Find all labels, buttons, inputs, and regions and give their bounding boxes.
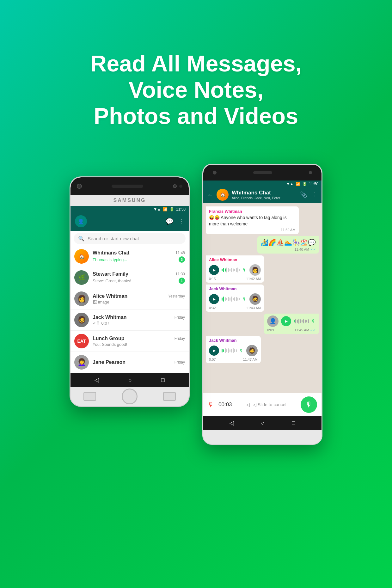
msg-francis-text: Francis Whitman 😜😝 Anyone who wants to t… [206,206,299,234]
home-button-right[interactable]: ○ [261,420,265,426]
back-button-right[interactable]: ◁ [230,420,234,426]
menu-icon-left[interactable]: ⋮ [178,217,184,225]
msg-sender-alice-audio: Alice Whitman [209,257,261,262]
chat-time-jane: Friday [175,360,185,364]
chat-header-avatar: 🏠 [217,189,229,201]
phones-container: SAMSUNG ▼▲ 📶 🔋 11:50 👤 💬 ⋮ [0,164,392,445]
chat-name-whitmans: Whitmans Chat [93,250,129,256]
msg-time-emoji: 11:40 AM ✓✓ [260,248,316,252]
chat-time-whitmans: 11:48 [175,251,185,255]
audio-time-jack1: 11:43 AM [246,306,261,310]
nexus-sensor [309,171,312,174]
search-bar[interactable]: 🔍 Search or start new chat [74,233,186,244]
chat-info-alice: Alice Whitman Yesterday 🖼 Image [93,293,185,304]
chat-item-alice[interactable]: 👩 Alice Whitman Yesterday 🖼 Image [70,288,189,309]
play-btn-self[interactable]: ▶ [281,316,291,326]
recents-button-right[interactable]: □ [292,420,295,426]
chat-preview-stewart: Steve: Great, thanks! [93,279,131,283]
chat-info-lunch: Lunch Group Friday You: Sounds good! [93,336,185,347]
chat-item-jack[interactable]: 🧔 Jack Whitman Friday ✓🎙 0:07 [70,309,189,331]
chat-header-info: Whitmans Chat Alice, Francis, Jack, Ned,… [232,190,297,200]
nexus-screen: ▼▲ 📶 🔋 11:50 ← 🏠 Whitmans Chat Alice, Fr… [203,181,322,416]
unread-badge-stewart: 1 [179,278,185,284]
samsung-brand-label: SAMSUNG [70,195,189,206]
chat-info-whitmans: Whitmans Chat 11:48 Thomas is typing... … [93,250,185,263]
home-button-left[interactable]: ○ [128,377,132,383]
unread-badge-whitmans: 3 [179,256,185,263]
waveform-jack1 [222,296,240,302]
waveform-alice [222,267,240,273]
record-bar: 🎙 00:03 ◁ ◁ Slide to cancel 🎙 [203,393,322,416]
chat-preview-jack: ✓🎙 0:07 [93,321,109,326]
chevron-left-icon: ◁ [246,402,250,407]
wa-my-avatar[interactable]: 👤 [75,215,87,227]
chat-avatar-stewart: 🌿 [74,270,89,285]
compose-icon[interactable]: 💬 [166,217,174,225]
nexus-top-bar [203,165,322,181]
samsung-top-bar [70,177,189,195]
chat-preview-whitmans: Thomas is typing... [93,257,127,262]
samsung-home-btn[interactable] [122,389,138,404]
record-slide-cancel: ◁ ◁ Slide to cancel [236,402,296,407]
chat-info-jack: Jack Whitman Friday ✓🎙 0:07 [93,315,185,326]
record-mic-button[interactable]: 🎙 [301,396,317,413]
samsung-dot1 [173,184,177,188]
msg-sender-jack-audio2: Jack Whitman [209,338,258,343]
nexus-bottom-bar [203,430,322,444]
chat-time-jack: Friday [175,315,185,320]
samsung-back-btn[interactable] [83,392,96,401]
battery-icon-right: 🔋 [302,182,307,186]
chat-item-lunch[interactable]: EAT Lunch Group Friday You: Sounds good! [70,331,189,352]
msg-sender-jack-audio1: Jack Whitman [209,286,261,291]
samsung-sensors [173,184,182,188]
waveform-jack2 [222,347,237,354]
play-btn-alice[interactable]: ▶ [209,265,219,275]
msg-time-francis: 11:39 AM [209,228,296,232]
chat-item-stewart[interactable]: 🌿 Stewart Family 11:39 Steve: Great, tha… [70,267,189,288]
play-btn-jack1[interactable]: ▶ [209,294,219,304]
hero-title: Read All Messages, Voice Notes, Photos a… [0,25,392,148]
time-left: 11:50 [176,207,186,211]
chat-name-lunch: Lunch Group [93,336,124,341]
signal-icon-left: ▼▲ [153,207,161,211]
samsung-menu-btn[interactable] [163,392,176,401]
samsung-dot2 [179,185,182,188]
chat-preview-alice: 🖼 Image [93,300,109,304]
msg-sender-francis: Francis Whitman [209,209,296,214]
nexus-camera [213,171,217,175]
menu-icon-right[interactable]: ⋮ [312,191,318,198]
audio-duration-self: 0:09 [267,328,274,332]
msg-alice-audio: Alice Whitman ▶ [206,255,264,283]
chat-item-whitmans[interactable]: 🏠 Whitmans Chat 11:48 Thomas is typing..… [70,246,189,267]
chat-list: 🏠 Whitmans Chat 11:48 Thomas is typing..… [70,246,189,373]
recents-button-left[interactable]: □ [161,377,165,383]
wifi-icon-left: 📶 [163,207,168,211]
samsung-screen: ▼▲ 📶 🔋 11:50 👤 💬 ⋮ 🔍 Search or start new… [70,206,189,373]
attach-icon[interactable]: 📎 [300,191,307,198]
wa-chat-header: ← 🏠 Whitmans Chat Alice, Francis, Jack, … [203,186,322,203]
msg-emoji-text: 🏄🌈⛵🏊🎠🏖️💬 [260,238,316,247]
audio-thumb-jack1: 🧔 [249,293,261,305]
msg-jack-audio2: Jack Whitman ▶ [206,336,261,363]
chat-name-jack: Jack Whitman [93,315,127,320]
chat-time-stewart: 11:39 [175,272,185,276]
audio-duration-jack2: 0:07 [209,358,216,361]
chat-avatar-alice: 👩 [74,291,89,306]
chat-avatar-jack: 🧔 [74,313,89,327]
play-btn-jack2[interactable]: ▶ [209,346,219,356]
chat-header-icons: 📎 ⋮ [300,191,318,198]
audio-thumb-self: 👤 [267,315,279,327]
chat-name-stewart: Stewart Family [93,271,128,277]
back-button-left[interactable]: ◁ [95,377,99,383]
chat-avatar-lunch: EAT [74,334,89,348]
wa-status-bar-right: ▼▲ 📶 🔋 11:50 [203,181,322,186]
battery-icon-left: 🔋 [169,207,174,211]
wa-status-bar-left: ▼▲ 📶 🔋 11:50 [70,206,189,211]
chat-item-jane[interactable]: 👩‍🦱 Jane Pearson Friday [70,352,189,373]
back-button-chat[interactable]: ← [207,191,213,199]
nexus-speaker [253,171,272,174]
chat-header-members: Alice, Francis, Jack, Ned, Peter [232,196,297,200]
chat-time-alice: Yesterday [168,294,185,298]
chat-avatar-jane: 👩‍🦱 [74,355,89,370]
left-phone-samsung: SAMSUNG ▼▲ 📶 🔋 11:50 👤 💬 ⋮ [70,176,190,407]
